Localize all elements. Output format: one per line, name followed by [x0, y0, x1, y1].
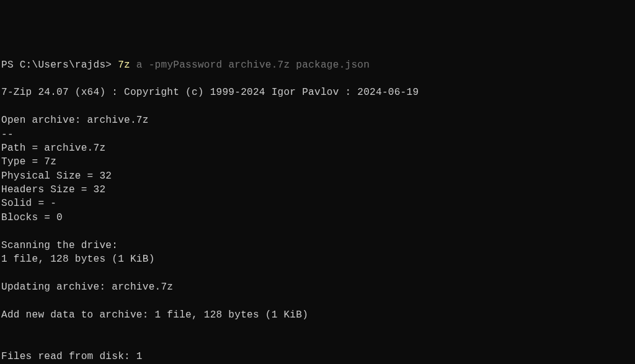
command-line-1: PS C:\Users\rajds> 7z a -pmyPassword arc…	[1, 60, 370, 71]
physical-size-line: Physical Size = 32	[1, 171, 112, 182]
files-read-line: Files read from disk: 1	[1, 351, 143, 362]
cmd-source-file: package.json	[296, 60, 370, 71]
add-data-line: Add new data to archive: 1 file, 128 byt…	[1, 309, 308, 321]
blocks-line: Blocks = 0	[1, 212, 63, 223]
cmd-archive-name: archive.7z	[228, 60, 290, 71]
scan-result-line: 1 file, 128 bytes (1 KiB)	[1, 254, 155, 265]
version-line: 7-Zip 24.07 (x64) : Copyright (c) 1999-2…	[1, 87, 419, 98]
ps-prompt: PS C:\Users\rajds>	[1, 60, 118, 71]
updating-archive-line: Updating archive: archive.7z	[1, 282, 173, 293]
type-line: Type = 7z	[1, 156, 56, 167]
scanning-line: Scanning the drive:	[1, 240, 118, 251]
cmd-exe: 7z	[118, 60, 130, 71]
headers-size-line: Headers Size = 32	[1, 184, 105, 195]
cmd-add: a	[136, 60, 143, 71]
terminal-output[interactable]: PS C:\Users\rajds> 7z a -pmyPassword arc…	[1, 58, 634, 364]
open-archive-line: Open archive: archive.7z	[1, 115, 149, 126]
solid-line: Solid = -	[1, 198, 56, 209]
path-line: Path = archive.7z	[1, 143, 105, 154]
cmd-password-flag: -pmyPassword	[149, 60, 223, 71]
separator-line: --	[1, 129, 14, 140]
